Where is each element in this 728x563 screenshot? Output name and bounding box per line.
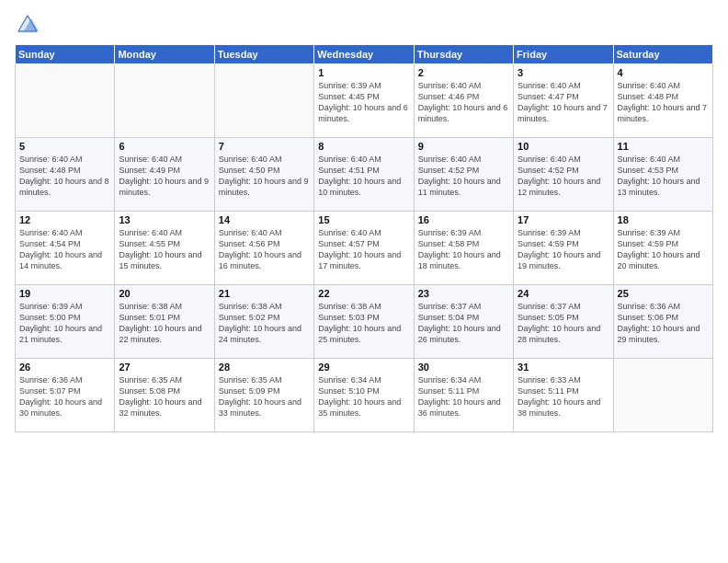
calendar-day-cell: 8Sunrise: 6:40 AM Sunset: 4:51 PM Daylig…: [314, 138, 414, 212]
day-number: 18: [618, 214, 709, 225]
calendar-day-cell: 5Sunrise: 6:40 AM Sunset: 4:48 PM Daylig…: [16, 138, 115, 212]
day-number: 26: [19, 362, 110, 373]
weekday-header-sunday: Sunday: [16, 45, 115, 64]
day-number: 31: [518, 362, 609, 373]
day-number: 28: [219, 362, 310, 373]
day-info: Sunrise: 6:34 AM Sunset: 5:11 PM Dayligh…: [418, 374, 509, 419]
day-number: 22: [318, 288, 409, 299]
day-info: Sunrise: 6:40 AM Sunset: 4:50 PM Dayligh…: [219, 154, 310, 199]
calendar-day-cell: 15Sunrise: 6:40 AM Sunset: 4:57 PM Dayli…: [314, 212, 414, 285]
day-info: Sunrise: 6:37 AM Sunset: 5:04 PM Dayligh…: [418, 301, 509, 346]
day-info: Sunrise: 6:39 AM Sunset: 4:59 PM Dayligh…: [518, 227, 609, 272]
calendar-day-cell: 6Sunrise: 6:40 AM Sunset: 4:49 PM Daylig…: [115, 138, 214, 212]
calendar-day-cell: 1Sunrise: 6:39 AM Sunset: 4:45 PM Daylig…: [314, 64, 414, 138]
calendar-week-row: 5Sunrise: 6:40 AM Sunset: 4:48 PM Daylig…: [16, 138, 713, 212]
calendar-header-row: SundayMondayTuesdayWednesdayThursdayFrid…: [16, 45, 713, 64]
day-info: Sunrise: 6:40 AM Sunset: 4:55 PM Dayligh…: [119, 227, 210, 272]
calendar-day-cell: 24Sunrise: 6:37 AM Sunset: 5:05 PM Dayli…: [514, 285, 613, 359]
calendar-day-cell: 26Sunrise: 6:36 AM Sunset: 5:07 PM Dayli…: [16, 359, 115, 432]
day-info: Sunrise: 6:40 AM Sunset: 4:52 PM Dayligh…: [418, 154, 509, 199]
day-number: 3: [518, 67, 609, 78]
calendar-day-cell: 14Sunrise: 6:40 AM Sunset: 4:56 PM Dayli…: [214, 212, 313, 285]
day-info: Sunrise: 6:40 AM Sunset: 4:57 PM Dayligh…: [318, 227, 409, 272]
day-number: 7: [219, 141, 310, 152]
day-info: Sunrise: 6:40 AM Sunset: 4:47 PM Dayligh…: [518, 80, 609, 125]
calendar-day-cell: 3Sunrise: 6:40 AM Sunset: 4:47 PM Daylig…: [514, 64, 613, 138]
logo: [15, 11, 44, 37]
day-info: Sunrise: 6:40 AM Sunset: 4:54 PM Dayligh…: [19, 227, 110, 272]
day-info: Sunrise: 6:40 AM Sunset: 4:53 PM Dayligh…: [618, 154, 709, 199]
day-number: 15: [318, 214, 409, 225]
day-number: 5: [19, 141, 110, 152]
weekday-header-tuesday: Tuesday: [214, 45, 313, 64]
day-number: 1: [318, 67, 409, 78]
calendar-day-cell: 2Sunrise: 6:40 AM Sunset: 4:46 PM Daylig…: [414, 64, 513, 138]
day-number: 2: [418, 67, 509, 78]
day-number: 21: [219, 288, 310, 299]
day-info: Sunrise: 6:40 AM Sunset: 4:52 PM Dayligh…: [518, 154, 609, 199]
calendar-day-cell: 22Sunrise: 6:38 AM Sunset: 5:03 PM Dayli…: [314, 285, 414, 359]
calendar-day-cell: 31Sunrise: 6:33 AM Sunset: 5:11 PM Dayli…: [514, 359, 613, 432]
day-info: Sunrise: 6:39 AM Sunset: 4:45 PM Dayligh…: [318, 80, 409, 125]
day-number: 24: [518, 288, 609, 299]
day-number: 29: [318, 362, 409, 373]
day-info: Sunrise: 6:38 AM Sunset: 5:03 PM Dayligh…: [318, 301, 409, 346]
calendar-day-cell: 11Sunrise: 6:40 AM Sunset: 4:53 PM Dayli…: [613, 138, 712, 212]
day-info: Sunrise: 6:35 AM Sunset: 5:08 PM Dayligh…: [119, 374, 210, 419]
day-info: Sunrise: 6:38 AM Sunset: 5:01 PM Dayligh…: [119, 301, 210, 346]
day-info: Sunrise: 6:39 AM Sunset: 4:58 PM Dayligh…: [418, 227, 509, 272]
calendar-week-row: 12Sunrise: 6:40 AM Sunset: 4:54 PM Dayli…: [16, 212, 713, 285]
day-number: 19: [19, 288, 110, 299]
calendar-day-cell: [16, 64, 115, 138]
calendar-day-cell: 16Sunrise: 6:39 AM Sunset: 4:58 PM Dayli…: [414, 212, 513, 285]
calendar-day-cell: 7Sunrise: 6:40 AM Sunset: 4:50 PM Daylig…: [214, 138, 313, 212]
day-number: 8: [318, 141, 409, 152]
calendar-day-cell: [613, 359, 712, 432]
weekday-header-thursday: Thursday: [414, 45, 513, 64]
day-number: 23: [418, 288, 509, 299]
calendar-day-cell: 12Sunrise: 6:40 AM Sunset: 4:54 PM Dayli…: [16, 212, 115, 285]
calendar-day-cell: 13Sunrise: 6:40 AM Sunset: 4:55 PM Dayli…: [115, 212, 214, 285]
day-info: Sunrise: 6:34 AM Sunset: 5:10 PM Dayligh…: [318, 374, 409, 419]
day-number: 27: [119, 362, 210, 373]
calendar-day-cell: 27Sunrise: 6:35 AM Sunset: 5:08 PM Dayli…: [115, 359, 214, 432]
day-info: Sunrise: 6:40 AM Sunset: 4:49 PM Dayligh…: [119, 154, 210, 199]
day-info: Sunrise: 6:39 AM Sunset: 5:00 PM Dayligh…: [19, 301, 110, 346]
calendar-day-cell: [214, 64, 313, 138]
day-info: Sunrise: 6:37 AM Sunset: 5:05 PM Dayligh…: [518, 301, 609, 346]
day-number: 6: [119, 141, 210, 152]
calendar-day-cell: 19Sunrise: 6:39 AM Sunset: 5:00 PM Dayli…: [16, 285, 115, 359]
day-info: Sunrise: 6:36 AM Sunset: 5:06 PM Dayligh…: [618, 301, 709, 346]
calendar-week-row: 26Sunrise: 6:36 AM Sunset: 5:07 PM Dayli…: [16, 359, 713, 432]
page-header: [15, 11, 713, 37]
day-number: 13: [119, 214, 210, 225]
day-number: 30: [418, 362, 509, 373]
day-info: Sunrise: 6:38 AM Sunset: 5:02 PM Dayligh…: [219, 301, 310, 346]
day-number: 25: [618, 288, 709, 299]
weekday-header-friday: Friday: [514, 45, 613, 64]
day-info: Sunrise: 6:39 AM Sunset: 4:59 PM Dayligh…: [618, 227, 709, 272]
calendar-day-cell: 28Sunrise: 6:35 AM Sunset: 5:09 PM Dayli…: [214, 359, 313, 432]
day-info: Sunrise: 6:33 AM Sunset: 5:11 PM Dayligh…: [518, 374, 609, 419]
day-info: Sunrise: 6:36 AM Sunset: 5:07 PM Dayligh…: [19, 374, 110, 419]
day-info: Sunrise: 6:35 AM Sunset: 5:09 PM Dayligh…: [219, 374, 310, 419]
day-number: 10: [518, 141, 609, 152]
calendar-day-cell: 9Sunrise: 6:40 AM Sunset: 4:52 PM Daylig…: [414, 138, 513, 212]
day-number: 11: [618, 141, 709, 152]
calendar-day-cell: 4Sunrise: 6:40 AM Sunset: 4:48 PM Daylig…: [613, 64, 712, 138]
day-number: 16: [418, 214, 509, 225]
calendar-day-cell: 30Sunrise: 6:34 AM Sunset: 5:11 PM Dayli…: [414, 359, 513, 432]
calendar-day-cell: 10Sunrise: 6:40 AM Sunset: 4:52 PM Dayli…: [514, 138, 613, 212]
calendar-week-row: 19Sunrise: 6:39 AM Sunset: 5:00 PM Dayli…: [16, 285, 713, 359]
day-number: 17: [518, 214, 609, 225]
calendar-day-cell: 20Sunrise: 6:38 AM Sunset: 5:01 PM Dayli…: [115, 285, 214, 359]
weekday-header-saturday: Saturday: [613, 45, 712, 64]
day-info: Sunrise: 6:40 AM Sunset: 4:56 PM Dayligh…: [219, 227, 310, 272]
day-number: 4: [618, 67, 709, 78]
day-number: 9: [418, 141, 509, 152]
weekday-header-monday: Monday: [115, 45, 214, 64]
day-info: Sunrise: 6:40 AM Sunset: 4:51 PM Dayligh…: [318, 154, 409, 199]
calendar-table: SundayMondayTuesdayWednesdayThursdayFrid…: [15, 44, 713, 432]
day-number: 14: [219, 214, 310, 225]
calendar-week-row: 1Sunrise: 6:39 AM Sunset: 4:45 PM Daylig…: [16, 64, 713, 138]
